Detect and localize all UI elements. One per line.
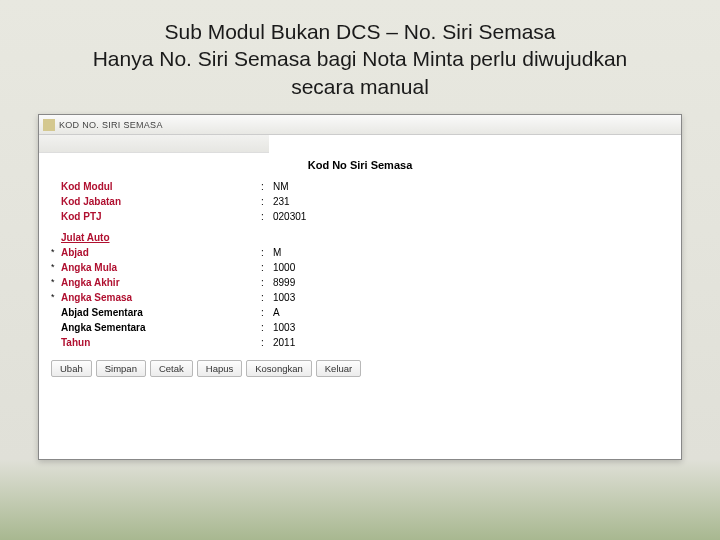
label-angka-sementara: Angka Sementara — [61, 320, 261, 335]
field-tahun: Tahun : 2011 — [51, 335, 669, 350]
value-kod-jabatan: 231 — [273, 194, 290, 209]
slide-title-line3: secara manual — [291, 75, 429, 98]
label-angka-akhir: Angka Akhir — [61, 275, 261, 290]
form-area: Kod Modul : NM Kod Jabatan : 231 Kod PTJ… — [39, 179, 681, 350]
label-tahun: Tahun — [61, 335, 261, 350]
slide-title-line1: Sub Modul Bukan DCS – No. Siri Semasa — [164, 20, 555, 43]
label-abjad: Abjad — [61, 245, 261, 260]
value-angka-mula: 1000 — [273, 260, 295, 275]
window-icon — [43, 119, 55, 131]
value-kod-ptj: 020301 — [273, 209, 306, 224]
field-kod-ptj: Kod PTJ : 020301 — [51, 209, 669, 224]
label-kod-ptj: Kod PTJ — [61, 209, 261, 224]
required-marker: * — [51, 245, 61, 260]
window-titlebar[interactable]: KOD NO. SIRI SEMASA — [39, 115, 681, 135]
value-abjad-sementara: A — [273, 305, 280, 320]
toolbar-strip — [39, 135, 269, 153]
field-angka-semasa: * Angka Semasa : 1003 — [51, 290, 669, 305]
required-marker: * — [51, 275, 61, 290]
slide-title: Sub Modul Bukan DCS – No. Siri Semasa Ha… — [60, 18, 660, 100]
field-angka-mula: * Angka Mula : 1000 — [51, 260, 669, 275]
hapus-button[interactable]: Hapus — [197, 360, 242, 377]
kosongkan-button[interactable]: Kosongkan — [246, 360, 312, 377]
ubah-button[interactable]: Ubah — [51, 360, 92, 377]
value-kod-modul: NM — [273, 179, 289, 194]
label-angka-semasa: Angka Semasa — [61, 290, 261, 305]
label-kod-jabatan: Kod Jabatan — [61, 194, 261, 209]
value-angka-sementara: 1003 — [273, 320, 295, 335]
label-angka-mula: Angka Mula — [61, 260, 261, 275]
value-tahun: 2011 — [273, 335, 295, 350]
field-angka-sementara: Angka Sementara : 1003 — [51, 320, 669, 335]
content-title: Kod No Siri Semasa — [39, 153, 681, 179]
slide-title-line2: Hanya No. Siri Semasa bagi Nota Minta pe… — [93, 47, 628, 70]
slide-header: Sub Modul Bukan DCS – No. Siri Semasa Ha… — [0, 0, 720, 112]
label-abjad-sementara: Abjad Sementara — [61, 305, 261, 320]
cetak-button[interactable]: Cetak — [150, 360, 193, 377]
button-row: Ubah Simpan Cetak Hapus Kosongkan Keluar — [39, 350, 681, 377]
field-abjad-sementara: Abjad Sementara : A — [51, 305, 669, 320]
simpan-button[interactable]: Simpan — [96, 360, 146, 377]
window-title: KOD NO. SIRI SEMASA — [59, 120, 163, 130]
required-marker: * — [51, 260, 61, 275]
keluar-button[interactable]: Keluar — [316, 360, 361, 377]
label-kod-modul: Kod Modul — [61, 179, 261, 194]
field-angka-akhir: * Angka Akhir : 8999 — [51, 275, 669, 290]
value-angka-akhir: 8999 — [273, 275, 295, 290]
section-julat-auto: Julat Auto — [51, 232, 669, 243]
value-abjad: M — [273, 245, 281, 260]
field-kod-modul: Kod Modul : NM — [51, 179, 669, 194]
required-marker: * — [51, 290, 61, 305]
field-abjad: * Abjad : M — [51, 245, 669, 260]
value-angka-semasa: 1003 — [273, 290, 295, 305]
field-kod-jabatan: Kod Jabatan : 231 — [51, 194, 669, 209]
app-window: KOD NO. SIRI SEMASA Kod No Siri Semasa K… — [38, 114, 682, 460]
